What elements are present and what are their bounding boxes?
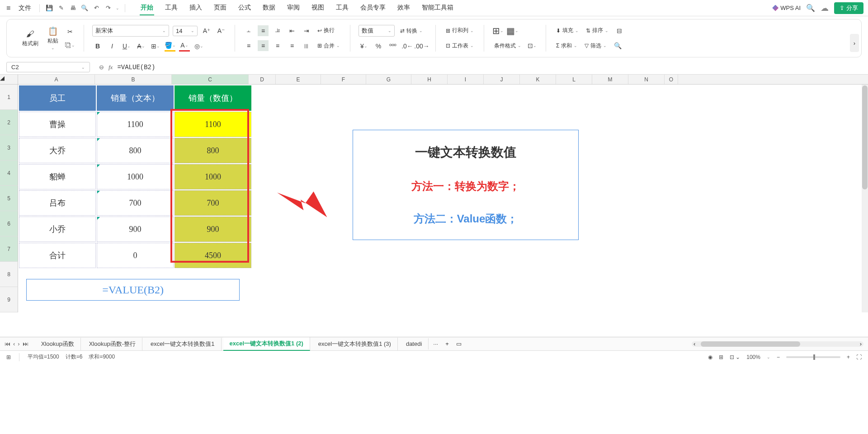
tab-insert[interactable]: 插入 bbox=[189, 1, 203, 15]
sheet-tab[interactable]: excel一键文本转换数值1 bbox=[144, 338, 222, 350]
col-header-B[interactable]: B bbox=[95, 75, 172, 84]
align-middle-icon[interactable]: ≡ bbox=[258, 25, 269, 36]
cell-B3[interactable]: 800 bbox=[97, 138, 174, 163]
find-icon[interactable]: 🔍 bbox=[612, 40, 623, 51]
row-header-2[interactable]: 2 bbox=[0, 110, 18, 135]
cell-C2[interactable]: 1100 bbox=[175, 112, 251, 137]
tab-page[interactable]: 页面 bbox=[213, 1, 227, 15]
redo-icon[interactable]: ↷ bbox=[104, 4, 112, 12]
col-header-K[interactable]: K bbox=[520, 75, 556, 84]
sheet-tab[interactable]: Xlookup函数 bbox=[35, 338, 81, 350]
header-sales-text[interactable]: 销量（文本） bbox=[97, 85, 174, 111]
zoom-thumb[interactable] bbox=[813, 354, 815, 360]
col-header-M[interactable]: M bbox=[592, 75, 628, 84]
col-header-O[interactable]: O bbox=[665, 75, 678, 84]
filter-button[interactable]: ▽筛选⌄ bbox=[583, 41, 609, 51]
cell-B2[interactable]: 1100 bbox=[97, 112, 174, 137]
align-left-icon[interactable]: ≡ bbox=[243, 40, 254, 51]
tab-formula[interactable]: 公式 bbox=[237, 1, 252, 15]
tab-tools2[interactable]: 工具 bbox=[335, 1, 349, 15]
row-header-8[interactable]: 8 bbox=[0, 262, 18, 287]
strikethrough-button[interactable]: A⌄ bbox=[136, 41, 146, 52]
cell-B6[interactable]: 900 bbox=[97, 217, 174, 242]
comma-icon[interactable]: ººº bbox=[387, 41, 398, 52]
row-col-button[interactable]: ⊞行和列⌄ bbox=[444, 26, 476, 35]
paste-button[interactable]: 📋粘贴⌄ bbox=[45, 25, 61, 51]
undo-icon[interactable]: ↶ bbox=[92, 4, 100, 12]
sheet-first-icon[interactable]: ⏮ bbox=[5, 340, 10, 347]
cells-area[interactable]: 员工 销量（文本） 销量（数值） 曹操 1100 1100 大乔 800 800… bbox=[18, 85, 868, 312]
col-header-C[interactable]: C bbox=[172, 75, 249, 84]
row-header-3[interactable]: 3 bbox=[0, 135, 18, 160]
convert-button[interactable]: ⇄转换⌄ bbox=[398, 26, 425, 36]
worksheet-button[interactable]: ⊡工作表⌄ bbox=[444, 41, 476, 51]
row-header-9[interactable]: 9 bbox=[0, 287, 18, 312]
ribbon-expand-chevron[interactable]: › bbox=[850, 34, 859, 52]
font-size-select[interactable]: 14⌄ bbox=[173, 26, 198, 36]
row-header-5[interactable]: 5 bbox=[0, 186, 18, 211]
row-header-4[interactable]: 4 bbox=[0, 160, 18, 186]
increase-decimal-icon[interactable]: .00→ bbox=[416, 41, 427, 52]
vertical-scrollbar[interactable] bbox=[862, 85, 868, 312]
increase-font-icon[interactable]: A⁺ bbox=[201, 25, 212, 36]
vscroll-thumb[interactable] bbox=[862, 85, 868, 189]
format-painter-button[interactable]: 🖌格式刷 bbox=[19, 28, 41, 48]
sheet-prev-icon[interactable]: ‹ bbox=[13, 340, 15, 347]
sort-button[interactable]: ⇅排序⌄ bbox=[584, 26, 610, 35]
cell-A7[interactable]: 合计 bbox=[19, 243, 96, 268]
cell-B7[interactable]: 0 bbox=[97, 243, 174, 268]
preview-icon[interactable]: 🔍 bbox=[80, 4, 89, 12]
zoom-out-icon[interactable]: − bbox=[777, 354, 780, 360]
sheet-tab[interactable]: datedi bbox=[400, 338, 429, 349]
search-icon[interactable]: 🔍 bbox=[806, 4, 815, 12]
hscroll-thumb[interactable] bbox=[701, 341, 800, 347]
col-header-F[interactable]: F bbox=[321, 75, 366, 84]
cell-A4[interactable]: 貂蝉 bbox=[19, 164, 96, 189]
sheet-more-icon[interactable]: ··· bbox=[430, 340, 441, 347]
col-header-I[interactable]: I bbox=[448, 75, 484, 84]
sheet-tab[interactable]: excel一键文本转换数值1 (3) bbox=[312, 338, 398, 350]
col-header-G[interactable]: G bbox=[366, 75, 411, 84]
zoom-slider[interactable] bbox=[786, 356, 840, 358]
print-icon[interactable]: 🖶 bbox=[69, 4, 77, 12]
align-center-icon[interactable]: ≡ bbox=[258, 40, 269, 51]
indent-decrease-icon[interactable]: ⇤ bbox=[287, 25, 297, 36]
formula-input[interactable]: =VALUE(B2) bbox=[113, 62, 862, 72]
cell-A2[interactable]: 曹操 bbox=[19, 112, 96, 137]
decrease-font-icon[interactable]: A⁻ bbox=[216, 25, 226, 36]
sheet-tab[interactable]: Xlookup函数-整行 bbox=[83, 338, 142, 350]
cell-C4[interactable]: 1000 bbox=[175, 164, 251, 189]
eye-icon[interactable]: ◉ bbox=[708, 354, 712, 360]
align-bottom-icon[interactable]: ⫡ bbox=[272, 25, 283, 36]
col-header-H[interactable]: H bbox=[411, 75, 448, 84]
cell-A5[interactable]: 吕布 bbox=[19, 190, 96, 216]
indent-increase-icon[interactable]: ⇥ bbox=[301, 25, 312, 36]
table-style-icon[interactable]: ⊞⌄ bbox=[492, 25, 503, 36]
italic-button[interactable]: I bbox=[107, 41, 118, 52]
cell-B4[interactable]: 1000 bbox=[97, 164, 174, 189]
merge-button[interactable]: ⊞合并⌄ bbox=[316, 41, 342, 51]
font-color-button[interactable]: A⌄ bbox=[179, 41, 190, 52]
menu-icon[interactable]: ≡ bbox=[5, 4, 12, 12]
sheet-last-icon[interactable]: ⏭ bbox=[23, 340, 28, 347]
qat-dropdown[interactable]: ⌄ bbox=[116, 6, 119, 10]
cloud-icon[interactable]: ☁ bbox=[821, 3, 829, 13]
tab-home[interactable]: 开始 bbox=[140, 1, 154, 15]
col-header-J[interactable]: J bbox=[484, 75, 520, 84]
horizontal-scrollbar[interactable]: ‹ › bbox=[692, 341, 863, 347]
col-header-A[interactable]: A bbox=[18, 75, 95, 84]
tab-efficiency[interactable]: 效率 bbox=[396, 1, 411, 15]
wrap-text-button[interactable]: ↩换行 bbox=[316, 26, 336, 35]
row-header-7[interactable]: 7 bbox=[0, 236, 18, 262]
cell-C3[interactable]: 800 bbox=[175, 138, 251, 163]
header-sales-value[interactable]: 销量（数值） bbox=[175, 85, 251, 111]
cell-C6[interactable]: 900 bbox=[175, 217, 251, 242]
col-header-D[interactable]: D bbox=[249, 75, 276, 84]
hscroll-left-icon[interactable]: ‹ bbox=[693, 340, 695, 347]
phonetic-button[interactable]: ◎⌄ bbox=[193, 41, 204, 52]
save-icon[interactable]: 💾 bbox=[45, 4, 53, 12]
tab-review[interactable]: 审阅 bbox=[286, 1, 301, 15]
distribute-icon[interactable]: ⫼ bbox=[301, 40, 312, 51]
copy-icon[interactable]: ⿻⌄ bbox=[65, 40, 75, 51]
name-box[interactable]: C2⌄ bbox=[6, 62, 90, 72]
